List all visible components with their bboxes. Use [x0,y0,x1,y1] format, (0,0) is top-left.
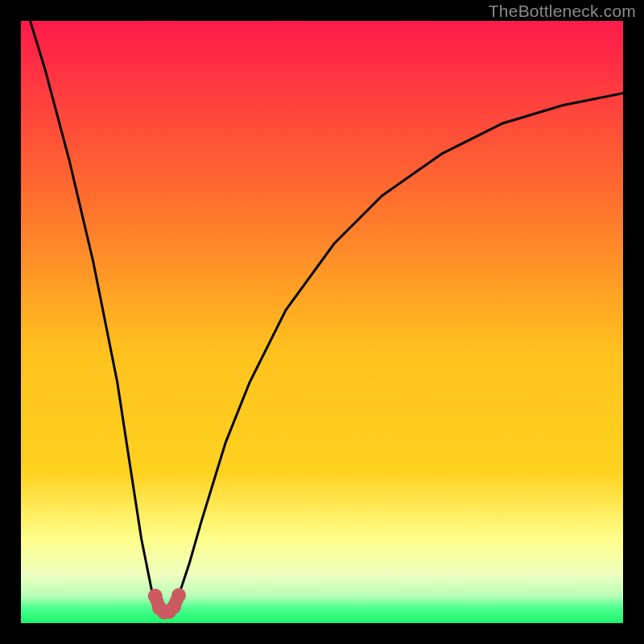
gradient-background [21,21,623,623]
plot-area [21,21,623,623]
watermark-text: TheBottleneck.com [489,2,636,21]
chart-frame: TheBottleneck.com [0,0,644,644]
chart-svg [21,21,623,623]
highlight-marker-dot [171,588,186,603]
